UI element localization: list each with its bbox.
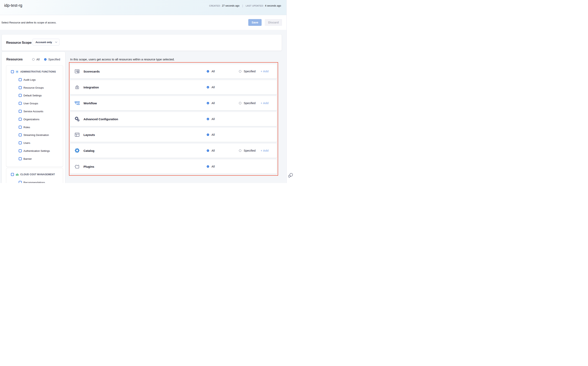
checkbox-audit-logs[interactable] [19,78,22,81]
add-button-catalog[interactable]: + Add [261,149,269,152]
discard-button[interactable]: Discard [265,19,282,26]
resources-panel: Resources All Specified ADMINISTRATIVE [2,52,65,183]
resource-item-audit-logs: Audit Logs [6,76,63,84]
resource-scope-value: Account only [36,41,52,44]
radio-all-layouts[interactable]: All [207,133,215,136]
updated-label: LAST UPDATED: [246,5,263,7]
radio-on-icon [207,149,209,152]
created-value: 27 seconds ago [222,4,239,7]
resource-item-organizations: Organizations [6,115,63,123]
resource-type-row-scorecards: Scorecards All Specified + Add [70,64,277,78]
gear-badge-icon [15,70,19,73]
meta-info: CREATED: 27 seconds ago | LAST UPDATED: … [209,4,281,7]
radio-specified-catalog[interactable]: Specified [239,149,256,152]
checkbox-service-accounts[interactable] [19,110,22,113]
resource-type-label: Scorecards [84,70,100,73]
resources-radio-all-label: All [36,58,39,61]
group-label: CLOUD COST MANAGEMENT [20,173,55,176]
radio-specified-label: Specified [244,149,256,152]
checkbox-roles[interactable] [19,126,22,129]
resources-title: Resources [6,58,23,61]
toolbar-description: Select Resource and define its scope of … [1,21,56,24]
radio-all-label: All [211,86,215,89]
radio-specified-label: Specified [244,70,256,73]
resource-item-label: User Groups [23,102,38,105]
radio-all-advanced-configuration[interactable]: All [207,117,215,121]
radio-off-icon [239,102,241,104]
radio-all-integration[interactable]: All [207,86,215,89]
radio-all-label: All [211,70,215,73]
radio-on-icon [207,70,209,73]
checkbox-cloud-cost-management[interactable] [11,173,14,176]
radio-all-catalog[interactable]: All [207,149,215,152]
resource-item-label: Authentication Settings [23,149,50,152]
radio-all-plugins[interactable]: All [207,165,215,168]
resource-item-roles: Roles [6,123,63,131]
resource-type-label: Catalog [84,149,94,152]
resource-group-page: idp-test-rg CREATED: 27 seconds ago | LA… [0,0,294,183]
resource-item-label: Streaming Destination [23,134,49,137]
checkbox-default-settings[interactable] [19,94,22,97]
resource-item-label: Banner [23,157,32,160]
resources-radio-specified-label: Specified [48,58,60,61]
checkbox-user-groups[interactable] [19,102,22,105]
radio-on-icon [207,134,209,136]
group-items: Recommendations [6,178,63,183]
radio-all-label: All [211,117,215,121]
radio-specified-scorecards[interactable]: Specified [239,70,256,73]
checkbox-streaming-destination[interactable] [19,134,22,137]
radio-on-icon [207,86,209,88]
resources-panel-header: Resources All Specified [2,57,65,62]
save-button[interactable]: Save [248,19,262,26]
checkbox-banner[interactable] [19,157,22,160]
lock-icon [75,85,80,90]
resource-type-row-integration: Integration All [70,80,277,94]
radio-all-workflow[interactable]: All [207,101,215,105]
resource-type-label: Advanced Configuration [84,117,118,121]
radio-all-scorecards[interactable]: All [207,70,215,73]
checkbox-users[interactable] [19,141,22,145]
cloud-dollar-icon: $ [15,173,19,176]
checkbox-administrative-functions[interactable] [11,70,14,73]
puzzle-icon [75,164,80,169]
radio-specified-label: Specified [244,101,256,105]
resource-type-label: Integration [84,85,99,89]
right-gutter [287,0,294,183]
resources-radio-specified[interactable]: Specified [44,58,60,61]
resource-scope-title: Resource Scope [6,41,32,45]
created-label: CREATED: [209,5,221,7]
chevron-down-icon [55,42,57,43]
resource-type-row-layouts: Layouts All [70,128,277,142]
radio-on-icon [44,58,46,61]
resources-radio-all[interactable]: All [32,58,39,61]
radio-on-icon [207,165,209,168]
certificate-icon [75,69,80,74]
radio-specified-workflow[interactable]: Specified [239,101,256,105]
resource-scope-select[interactable]: Account only [33,39,59,46]
chat-bubbles-icon[interactable] [288,173,293,178]
resource-item-label: Recommendations [23,181,45,183]
checkbox-resource-groups[interactable] [19,86,22,89]
resource-item-streaming-destination: Streaming Destination [6,131,63,139]
toolbar-actions: Save Discard [248,19,282,26]
add-button-scorecards[interactable]: + Add [261,70,269,73]
resource-item-label: Service Accounts [23,110,43,113]
updated-value: 4 seconds ago [265,4,281,7]
toolbar: Select Resource and define its scope of … [0,15,286,30]
checkbox-authentication-settings[interactable] [19,149,22,152]
flowchart-icon [75,100,80,106]
group-header: ADMINISTRATIVE FUNCTIONS [6,69,63,74]
radio-all-label: All [211,165,215,168]
checkbox-organizations[interactable] [19,118,22,121]
resource-type-row-plugins: Plugins All [70,159,277,174]
group-label: ADMINISTRATIVE FUNCTIONS [20,70,56,73]
checkbox-recommendations[interactable] [19,181,22,183]
annotation-rectangle: Scorecards All Specified + Add Integrati… [69,62,278,176]
group-administrative-functions: ADMINISTRATIVE FUNCTIONS Audit Logs Reso… [6,66,63,167]
radio-off-icon [239,149,241,152]
add-button-workflow[interactable]: + Add [261,101,269,105]
resource-item-label: Organizations [23,118,39,121]
radio-all-label: All [211,149,215,152]
resource-item-label: Users [23,141,30,145]
radio-off-icon [32,58,35,61]
